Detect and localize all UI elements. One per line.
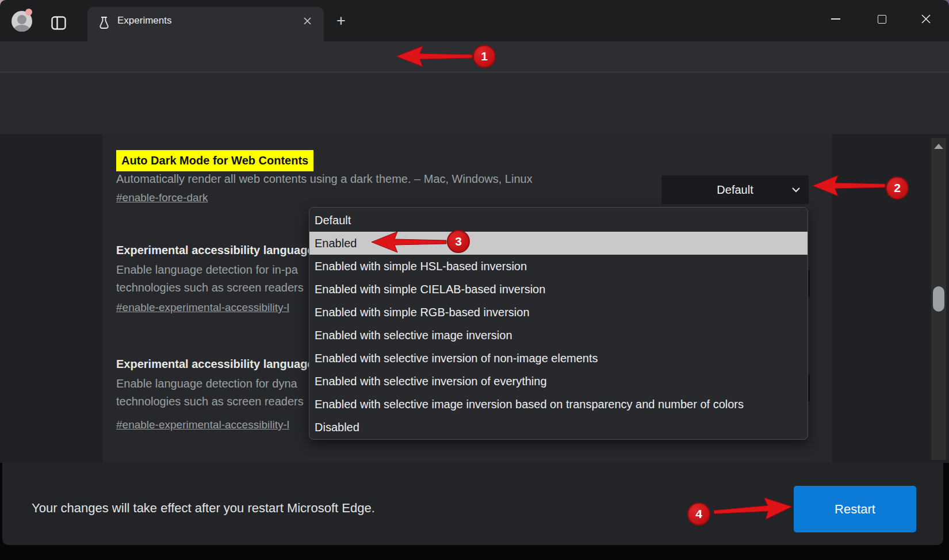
scrollbar-up-arrow-icon[interactable] [934,144,943,149]
flag-description: technologies such as screen readers [116,395,304,408]
dropdown-option[interactable]: Enabled with simple RGB-based inversion [309,301,808,324]
scrollbar-thumb[interactable] [933,286,944,312]
chevron-down-icon [791,187,801,193]
avatar-head-icon [17,15,26,24]
tab-experiments[interactable]: Experiments [87,7,324,41]
dropdown-option[interactable]: Enabled with simple HSL-based inversion [309,255,808,278]
annotation-arrow-2 [812,174,886,197]
annotation-step-4: 4 [687,503,710,526]
new-tab-button[interactable]: + [332,13,350,30]
annotation-step-3: 3 [447,230,470,253]
edge-window: Experiments + Edge [0,0,949,560]
flag-description: technologies such as screen readers [116,281,304,294]
flag-description: Enable language detection for dyna [116,377,297,390]
annotation-arrow-1 [396,45,473,68]
browser-window: Experiments + Edge [0,0,949,560]
select-value: Default [661,175,809,204]
restart-message: Your changes will take effect after you … [32,501,375,516]
flag-description: Enable language detection for in-pa [116,263,298,277]
flag-anchor-link[interactable]: #enable-force-dark [116,191,208,204]
dropdown-option[interactable]: Disabled [309,416,808,439]
flag-anchor-link[interactable]: #enable-experimental-accessibility-l [116,301,289,314]
minimize-button[interactable] [831,18,840,20]
dropdown-option[interactable]: Enabled with selective inversion of ever… [309,370,808,393]
avatar-torso-icon [14,25,30,32]
workspaces-icon[interactable] [51,15,67,31]
dropdown-option[interactable]: Enabled with simple CIELAB-based inversi… [309,278,808,301]
page-left-margin [0,134,102,463]
dropdown-option[interactable]: Default [309,209,808,232]
tab-bar: Experiments + [0,0,949,41]
profile-notification-badge [25,9,32,16]
flag-title: Experimental accessibility language [116,244,313,257]
tab-close-icon[interactable] [303,17,312,25]
flags-page-header: Search flags Reset all [0,72,949,134]
beaker-icon [97,15,112,32]
annotation-step-2: 2 [886,177,909,200]
restart-button[interactable]: Restart [794,486,916,532]
close-button[interactable] [921,14,931,24]
annotation-arrow-3 [371,231,447,254]
maximize-button[interactable] [878,15,886,24]
flag-description: Automatically render all web contents us… [116,172,533,186]
flag-anchor-link[interactable]: #enable-experimental-accessibility-l [116,419,289,431]
flag-title: Experimental accessibility language [116,358,313,371]
dropdown-option[interactable]: Enabled with selective image inversion [309,324,808,347]
dropdown-option[interactable]: Enabled with selective inversion of non-… [309,347,808,370]
tab-title: Experiments [117,15,171,26]
annotation-step-1: 1 [473,45,496,68]
flag-value-select[interactable]: Default [661,175,809,204]
dropdown-option[interactable]: Enabled with selective image inversion b… [309,393,808,416]
flag-title-highlighted: Auto Dark Mode for Web Contents [116,150,313,171]
